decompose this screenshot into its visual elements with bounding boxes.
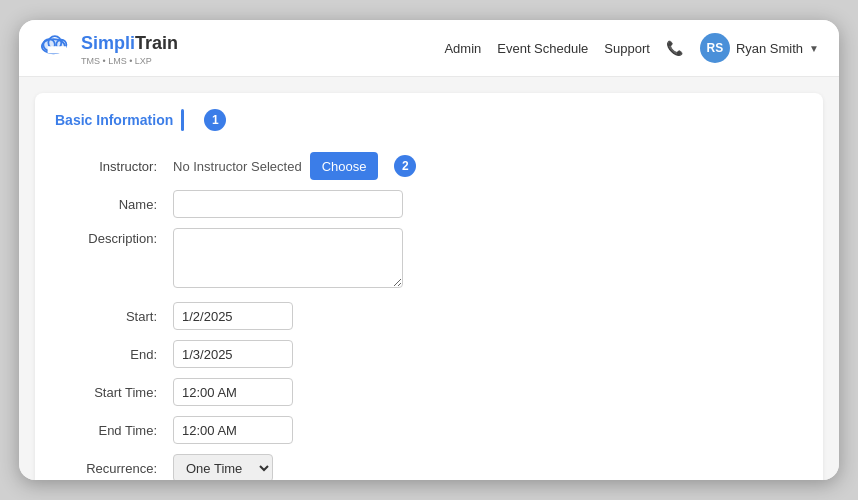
chevron-down-icon: ▼ xyxy=(809,43,819,54)
recurrence-label: Recurrence: xyxy=(55,449,165,480)
end-time-label: End Time: xyxy=(55,411,165,449)
cloud-logo-icon xyxy=(39,30,75,56)
section-title: Basic Information xyxy=(55,112,173,128)
instructor-row: Instructor: No Instructor Selected Choos… xyxy=(55,147,803,185)
user-name: Ryan Smith xyxy=(736,41,803,56)
admin-link[interactable]: Admin xyxy=(444,41,481,56)
description-input[interactable] xyxy=(173,228,403,288)
end-time-row: End Time: xyxy=(55,411,803,449)
start-input[interactable] xyxy=(173,302,293,330)
end-label: End: xyxy=(55,335,165,373)
phone-icon[interactable]: 📞 xyxy=(666,39,684,57)
description-row: Description: xyxy=(55,223,803,297)
logo-text: SimpliTrain xyxy=(81,33,178,54)
header: SimpliTrain TMS • LMS • LXP Admin Event … xyxy=(19,20,839,77)
start-row: Start: xyxy=(55,297,803,335)
form-card: Basic Information 1 Instructor: No Instr… xyxy=(35,93,823,480)
logo-area: SimpliTrain TMS • LMS • LXP xyxy=(39,30,178,66)
start-time-input[interactable] xyxy=(173,378,293,406)
name-row: Name: xyxy=(55,185,803,223)
step-badge-1: 1 xyxy=(204,109,226,131)
choose-button[interactable]: Choose xyxy=(310,152,379,180)
svg-rect-5 xyxy=(48,46,67,53)
logo-top: SimpliTrain xyxy=(39,30,178,56)
instructor-field-group: No Instructor Selected Choose 2 xyxy=(173,152,795,180)
recurrence-select[interactable]: One Time Daily Weekly Monthly xyxy=(173,454,273,480)
main-content: Basic Information 1 Instructor: No Instr… xyxy=(19,77,839,480)
no-instructor-text: No Instructor Selected xyxy=(173,159,302,174)
avatar: RS xyxy=(700,33,730,63)
recurrence-row: Recurrence: One Time Daily Weekly Monthl… xyxy=(55,449,803,480)
step-badge-2: 2 xyxy=(394,155,416,177)
logo-tagline: TMS • LMS • LXP xyxy=(81,56,152,66)
start-time-label: Start Time: xyxy=(55,373,165,411)
header-nav: Admin Event Schedule Support 📞 RS Ryan S… xyxy=(444,33,819,63)
description-label: Description: xyxy=(55,223,165,297)
section-divider xyxy=(181,109,184,131)
card-header: Basic Information 1 xyxy=(55,109,803,131)
start-label: Start: xyxy=(55,297,165,335)
form-table: Instructor: No Instructor Selected Choos… xyxy=(55,147,803,480)
end-input[interactable] xyxy=(173,340,293,368)
name-input[interactable] xyxy=(173,190,403,218)
end-row: End: xyxy=(55,335,803,373)
end-time-input[interactable] xyxy=(173,416,293,444)
event-schedule-link[interactable]: Event Schedule xyxy=(497,41,588,56)
support-link[interactable]: Support xyxy=(604,41,650,56)
main-window: SimpliTrain TMS • LMS • LXP Admin Event … xyxy=(19,20,839,480)
start-time-row: Start Time: xyxy=(55,373,803,411)
instructor-label: Instructor: xyxy=(55,147,165,185)
name-label: Name: xyxy=(55,185,165,223)
user-area[interactable]: RS Ryan Smith ▼ xyxy=(700,33,819,63)
